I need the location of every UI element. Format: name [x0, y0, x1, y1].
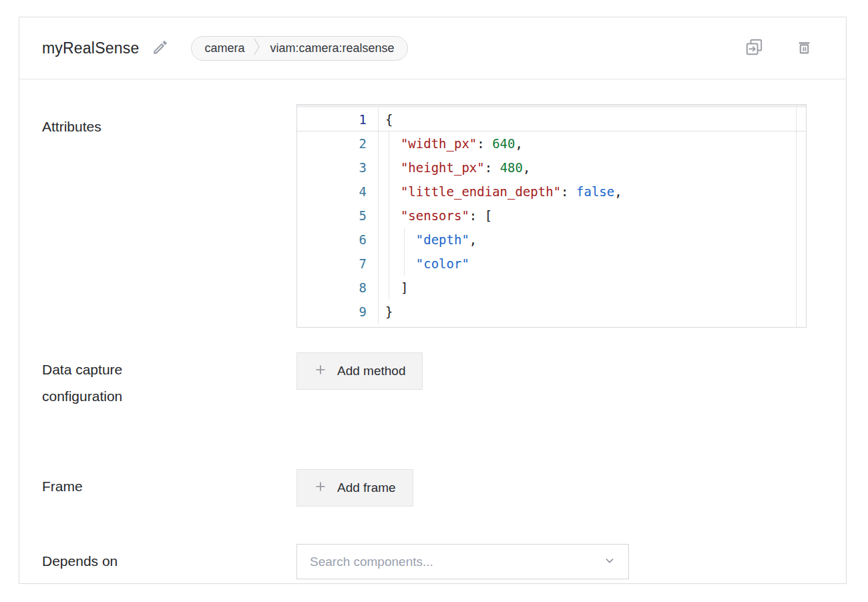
- editor-line[interactable]: 6 "depth",: [297, 228, 806, 252]
- add-method-label: Add method: [337, 364, 405, 378]
- pencil-icon: [152, 39, 169, 58]
- editor-line[interactable]: 1{: [297, 107, 806, 131]
- line-number: 8: [297, 276, 379, 300]
- component-type-pill: camera viam:camera:realsense: [191, 36, 407, 61]
- line-code[interactable]: "color": [379, 252, 806, 276]
- duplicate-button[interactable]: [745, 38, 763, 58]
- line-code[interactable]: "little_endian_depth": false,: [379, 180, 806, 204]
- card-body: Attributes 1{2 "width_px": 640,3 "height…: [19, 104, 846, 579]
- plus-icon: [314, 480, 327, 497]
- chevron-down-icon: [604, 555, 616, 569]
- line-code[interactable]: "sensors": [: [379, 204, 806, 228]
- line-code[interactable]: {: [379, 107, 806, 131]
- attributes-label: Attributes: [42, 104, 296, 140]
- add-method-button[interactable]: Add method: [296, 352, 423, 390]
- line-number: 9: [297, 300, 379, 324]
- editor-line[interactable]: 9}: [297, 300, 806, 324]
- header-actions: [745, 38, 813, 58]
- type-label: camera: [204, 41, 244, 55]
- line-number: 1: [297, 107, 379, 131]
- frame-label: Frame: [42, 469, 296, 500]
- line-number: 6: [297, 228, 379, 252]
- add-frame-label: Add frame: [337, 481, 396, 495]
- indent-guide: [389, 131, 389, 300]
- line-number: 5: [297, 204, 379, 228]
- editor-scrollbar[interactable]: [796, 105, 806, 327]
- editor-lines: 1{2 "width_px": 640,3 "height_px": 480,4…: [297, 107, 806, 324]
- attributes-row: Attributes 1{2 "width_px": 640,3 "height…: [42, 104, 807, 328]
- editor-line[interactable]: 4 "little_endian_depth": false,: [297, 180, 806, 204]
- line-code[interactable]: "height_px": 480,: [379, 156, 806, 180]
- attributes-editor[interactable]: 1{2 "width_px": 640,3 "height_px": 480,4…: [296, 104, 807, 328]
- editor-line[interactable]: 3 "height_px": 480,: [297, 156, 806, 180]
- depends-on-select[interactable]: [296, 544, 629, 579]
- plus-icon: [314, 363, 327, 380]
- component-name: myRealSense: [42, 39, 139, 57]
- editor-line[interactable]: 8 ]: [297, 276, 806, 300]
- chevron-right-icon: [254, 37, 260, 59]
- line-code[interactable]: }: [379, 300, 806, 324]
- edit-name-button[interactable]: [152, 39, 169, 58]
- model-label: viam:camera:realsense: [270, 41, 394, 55]
- indent-guide: [404, 228, 405, 276]
- editor-line[interactable]: 5 "sensors": [: [297, 204, 806, 228]
- editor-line[interactable]: 2 "width_px": 640,: [297, 131, 806, 156]
- duplicate-icon: [745, 38, 763, 58]
- search-components-input[interactable]: [310, 555, 604, 569]
- card-header: myRealSense camera viam:camera:realsense: [19, 17, 846, 79]
- line-number: 7: [297, 252, 379, 276]
- line-number: 4: [297, 180, 379, 204]
- data-capture-label: Data capture configuration: [42, 352, 296, 410]
- line-number: 3: [297, 156, 379, 180]
- line-code[interactable]: ]: [379, 276, 806, 300]
- line-number: 2: [297, 131, 379, 156]
- editor-line[interactable]: 7 "color": [297, 252, 806, 276]
- add-frame-button[interactable]: Add frame: [296, 469, 413, 507]
- data-capture-row: Data capture configuration Add method: [42, 352, 807, 410]
- depends-on-row: Depends on: [42, 544, 807, 579]
- line-code[interactable]: "depth",: [379, 228, 806, 252]
- component-card: myRealSense camera viam:camera:realsense: [19, 17, 847, 584]
- delete-button[interactable]: [796, 39, 813, 57]
- trash-icon: [796, 39, 813, 57]
- depends-on-label: Depends on: [42, 544, 296, 575]
- line-code[interactable]: "width_px": 640,: [379, 131, 806, 156]
- frame-row: Frame Add frame: [42, 469, 807, 507]
